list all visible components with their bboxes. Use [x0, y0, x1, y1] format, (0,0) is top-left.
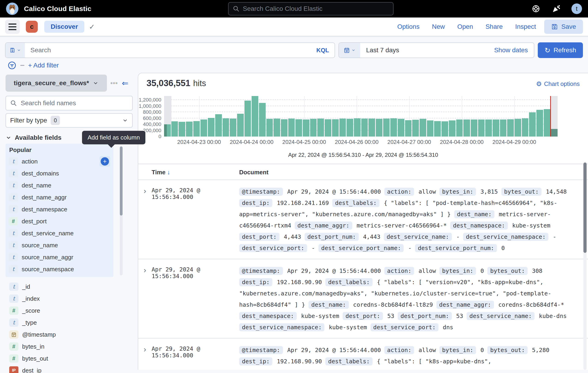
histogram-bar[interactable] — [500, 120, 507, 137]
histogram-bar[interactable] — [200, 120, 207, 137]
field-item-dest_service_name[interactable]: tdest_service_name — [6, 227, 113, 239]
histogram-bar[interactable] — [164, 124, 171, 137]
histogram-bar[interactable] — [193, 121, 200, 137]
table-scrollbar[interactable] — [583, 162, 587, 370]
add-field-button[interactable]: + — [100, 156, 110, 167]
nav-link-open[interactable]: Open — [457, 23, 473, 30]
histogram-bar[interactable] — [485, 120, 492, 137]
histogram-bar[interactable] — [281, 119, 288, 137]
histogram-bar[interactable] — [398, 119, 404, 137]
field-item-action[interactable]: taction+ — [6, 155, 113, 167]
nav-link-new[interactable]: New — [432, 23, 445, 30]
field-item-_type[interactable]: t_type — [6, 317, 133, 329]
field-item-bytes_out[interactable]: #bytes_out — [6, 353, 133, 364]
filter-by-type-dropdown[interactable]: Filter by type 0 — [6, 113, 133, 128]
field-item-dest_namespace[interactable]: tdest_namespace — [6, 203, 113, 215]
histogram-bar[interactable] — [178, 122, 185, 137]
histogram-bar[interactable] — [208, 118, 214, 137]
help-icon[interactable] — [531, 4, 541, 14]
histogram-bar[interactable] — [405, 120, 412, 137]
histogram-bar[interactable] — [434, 121, 441, 137]
histogram-bar[interactable] — [529, 112, 536, 137]
breadcrumb-discover[interactable]: Discover — [44, 21, 84, 33]
query-input[interactable] — [25, 47, 311, 54]
save-button[interactable]: Save — [544, 20, 583, 34]
field-search[interactable] — [6, 96, 133, 111]
field-item-dest_domains[interactable]: tdest_domains — [6, 167, 113, 179]
histogram-bar[interactable] — [215, 114, 222, 137]
collapse-sidebar-icon[interactable]: ⇐ — [122, 79, 128, 87]
refresh-button[interactable]: ↻ Refresh — [538, 42, 583, 58]
field-item-_id[interactable]: t_id — [6, 281, 133, 293]
histogram-bar[interactable] — [171, 121, 178, 137]
histogram-bar[interactable] — [390, 118, 397, 137]
histogram-bar[interactable] — [332, 119, 339, 137]
expand-document-icon[interactable]: › — [138, 265, 152, 333]
saved-query-menu-button[interactable] — [6, 43, 25, 58]
histogram-bar[interactable] — [295, 119, 302, 137]
histogram-bar[interactable] — [222, 118, 229, 137]
histogram-bar[interactable] — [493, 120, 499, 137]
histogram-bar[interactable] — [317, 119, 324, 137]
time-column-header[interactable]: Time ↓ — [152, 169, 239, 176]
date-picker[interactable]: Last 7 days Show dates — [338, 42, 534, 58]
field-item-source_name[interactable]: tsource_name — [6, 239, 113, 251]
histogram-bar[interactable] — [441, 121, 448, 137]
query-bar[interactable]: KQL — [5, 42, 335, 58]
user-avatar[interactable]: t — [571, 3, 582, 14]
histogram-bar[interactable] — [536, 110, 543, 137]
expand-document-icon[interactable]: › — [138, 344, 152, 370]
filter-menu-icon[interactable] — [7, 61, 17, 70]
histogram-bar[interactable] — [420, 119, 426, 137]
field-settings-icon[interactable]: ▫▫▫ — [111, 80, 118, 86]
histogram-bar[interactable] — [186, 121, 193, 137]
field-item-dest_name[interactable]: tdest_name — [6, 179, 113, 191]
histogram-bar[interactable] — [376, 119, 382, 137]
field-item-dest_name_aggr[interactable]: tdest_name_aggr — [6, 191, 113, 203]
histogram-bar[interactable] — [463, 120, 470, 137]
field-item-_score[interactable]: #_score — [6, 305, 133, 317]
global-search[interactable] — [228, 2, 394, 15]
histogram-bar[interactable] — [266, 119, 273, 137]
field-search-input[interactable] — [21, 100, 128, 107]
histogram-bar[interactable] — [244, 101, 251, 137]
histogram-bar[interactable] — [427, 121, 434, 137]
histogram-bar[interactable] — [325, 119, 331, 137]
space-badge[interactable]: c — [26, 21, 38, 33]
histogram-bar[interactable] — [551, 129, 557, 137]
histogram-bar[interactable] — [514, 119, 521, 137]
chart-options-button[interactable]: ⚙ Chart options — [536, 80, 580, 88]
histogram-bar[interactable] — [310, 119, 317, 137]
histogram-bar[interactable] — [368, 119, 375, 137]
field-item-dest_ip[interactable]: IPdest_ip — [6, 364, 133, 373]
field-item-source_name_aggr[interactable]: tsource_name_aggr — [6, 251, 113, 263]
expand-document-icon[interactable]: › — [138, 186, 152, 254]
histogram-bar[interactable] — [507, 119, 514, 137]
histogram-bar[interactable] — [303, 120, 309, 137]
histogram-bar[interactable] — [288, 119, 295, 137]
add-filter-button[interactable]: + Add filter — [28, 62, 59, 69]
index-pattern-switcher[interactable]: tigera_secure_ee_flows* — [6, 75, 107, 92]
histogram-bar[interactable] — [346, 119, 353, 137]
date-quick-menu-button[interactable] — [339, 43, 360, 58]
field-item-dest_port[interactable]: #dest_port — [6, 215, 113, 227]
show-dates-button[interactable]: Show dates — [494, 47, 534, 54]
histogram-bar[interactable] — [478, 120, 485, 137]
histogram-bar[interactable] — [449, 121, 455, 137]
histogram-bar[interactable] — [339, 119, 346, 137]
field-item-bytes_in[interactable]: #bytes_in — [6, 341, 133, 353]
histogram-bar[interactable] — [471, 120, 477, 137]
histogram-bar[interactable] — [354, 118, 361, 137]
global-search-input[interactable] — [243, 5, 389, 12]
histogram-bar[interactable] — [383, 119, 390, 137]
fields-scrollbar[interactable] — [120, 146, 123, 275]
histogram-bar[interactable] — [252, 96, 258, 137]
menu-toggle-icon[interactable] — [5, 20, 20, 34]
nav-link-share[interactable]: Share — [485, 23, 503, 30]
nav-link-inspect[interactable]: Inspect — [515, 23, 536, 30]
query-language-button[interactable]: KQL — [311, 47, 335, 54]
field-item-_index[interactable]: t_index — [6, 293, 133, 305]
field-item-source_namespace[interactable]: tsource_namespace — [6, 263, 113, 275]
whats-new-icon[interactable] — [551, 4, 561, 14]
histogram-bar[interactable] — [522, 118, 529, 137]
